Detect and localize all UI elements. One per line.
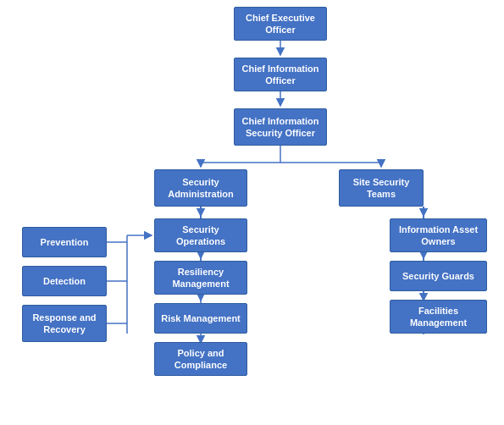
detection-box: Detection (22, 266, 107, 296)
info-asset-owners-box: Information AssetOwners (390, 218, 487, 252)
org-chart: Chief ExecutiveOfficer Chief Information… (0, 0, 504, 425)
site-security-box: Site SecurityTeams (339, 169, 424, 207)
security-administration-box: SecurityAdministration (154, 169, 247, 207)
facilities-management-box: FacilitiesManagement (390, 300, 487, 334)
resiliency-management-box: ResiliencyManagement (154, 261, 247, 295)
cio-box: Chief InformationOfficer (234, 58, 327, 91)
prevention-box: Prevention (22, 227, 107, 257)
ceo-box: Chief ExecutiveOfficer (234, 7, 327, 41)
ciso-box: Chief InformationSecurity Officer (234, 108, 327, 146)
risk-management-box: Risk Management (154, 303, 247, 334)
security-guards-box: Security Guards (390, 261, 487, 291)
response-box: Response andRecovery (22, 305, 107, 342)
policy-compliance-box: Policy andCompliance (154, 342, 247, 376)
security-operations-box: SecurityOperations (154, 218, 247, 252)
